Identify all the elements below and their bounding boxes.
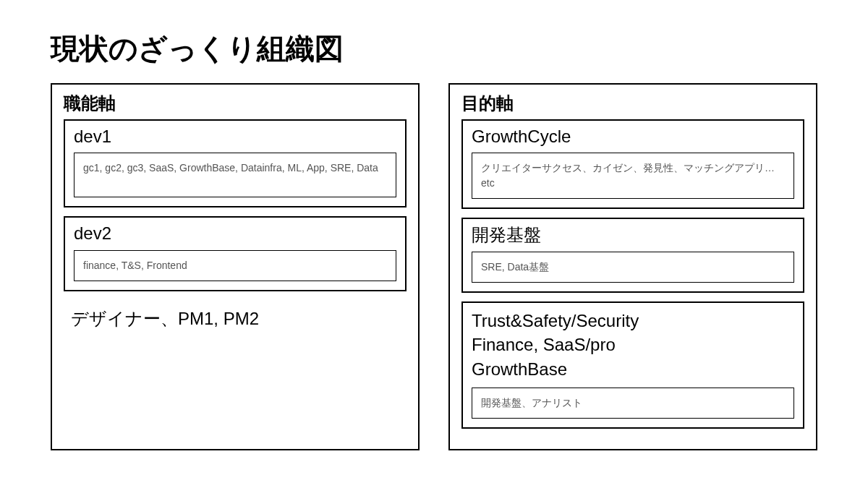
left-axis-box: 職能軸 dev1 gc1, gc2, gc3, SaaS, GrowthBase… (51, 83, 420, 450)
dev-base-title: 開発基盤 (472, 223, 794, 247)
left-axis-title: 職能軸 (64, 92, 407, 115)
dev-base-items: SRE, Data基盤 (472, 252, 794, 283)
dev1-title: dev1 (74, 125, 396, 148)
dev2-items: finance, T&S, Frontend (74, 250, 396, 281)
multi-title: Trust&Safety/SecurityFinance, SaaS/proGr… (472, 309, 794, 382)
dev1-group: dev1 gc1, gc2, gc3, SaaS, GrowthBase, Da… (64, 119, 407, 207)
columns: 職能軸 dev1 gc1, gc2, gc3, SaaS, GrowthBase… (51, 83, 817, 450)
multi-items: 開発基盤、アナリスト (472, 388, 794, 419)
dev1-items: gc1, gc2, gc3, SaaS, GrowthBase, Datainf… (74, 153, 396, 197)
left-others: デザイナー、PM1, PM2 (71, 307, 407, 330)
dev2-title: dev2 (74, 222, 396, 245)
growth-cycle-title: GrowthCycle (472, 125, 794, 148)
multi-group: Trust&Safety/SecurityFinance, SaaS/proGr… (461, 301, 804, 429)
right-axis-box: 目的軸 GrowthCycle クリエイターサクセス、カイゼン、発見性、マッチン… (448, 83, 817, 450)
dev-base-group: 開発基盤 SRE, Data基盤 (461, 218, 804, 292)
growth-cycle-items: クリエイターサクセス、カイゼン、発見性、マッチングアプリ…etc (472, 153, 794, 199)
growth-cycle-group: GrowthCycle クリエイターサクセス、カイゼン、発見性、マッチングアプリ… (461, 119, 804, 209)
right-axis-title: 目的軸 (461, 92, 804, 115)
dev2-group: dev2 finance, T&S, Frontend (64, 216, 407, 291)
page-title: 現状のざっくり組織図 (51, 29, 817, 69)
